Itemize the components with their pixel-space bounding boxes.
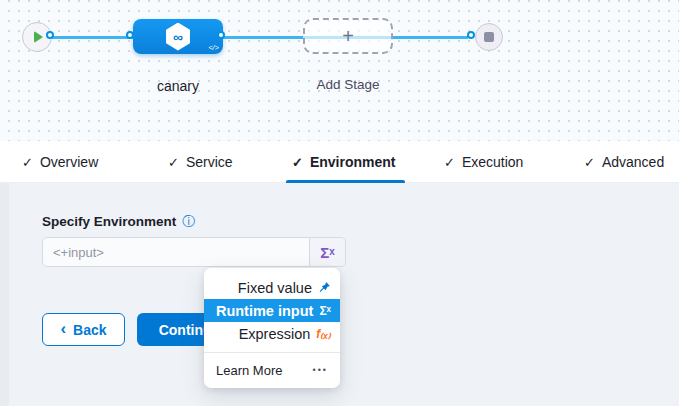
stage-node-canary[interactable]: ∞ </>	[133, 19, 223, 54]
ellipsis-icon: •••	[313, 365, 328, 375]
fx-icon: f₍ₓ₎	[316, 328, 331, 340]
field-label-row: Specify Environment ⓘ	[42, 214, 195, 229]
tab-execution[interactable]: ✓ Execution	[444, 141, 523, 183]
check-icon: ✓	[168, 155, 179, 170]
pipeline-end-node[interactable]	[475, 23, 503, 51]
connector-port[interactable]	[467, 31, 475, 39]
tab-label: Execution	[462, 154, 523, 170]
tab-overview[interactable]: ✓ Overview	[22, 141, 98, 183]
tab-label: Service	[186, 154, 233, 170]
stage-name-label: canary	[133, 78, 223, 94]
deployment-stage-icon: ∞	[165, 23, 191, 51]
back-button[interactable]: ‹ Back	[42, 313, 125, 346]
stop-icon	[484, 32, 494, 42]
menu-item-expression[interactable]: Expression f₍ₓ₎	[204, 322, 340, 345]
connector-port[interactable]	[46, 31, 54, 39]
pin-icon	[318, 281, 331, 294]
tab-label: Environment	[310, 154, 396, 170]
specify-environment-label: Specify Environment	[42, 214, 176, 229]
infinity-icon: ∞	[173, 29, 183, 45]
play-icon	[34, 31, 43, 43]
check-icon: ✓	[22, 155, 33, 170]
tab-service[interactable]: ✓ Service	[168, 141, 233, 183]
connector-line	[52, 36, 468, 39]
back-button-label: Back	[73, 322, 106, 338]
stage-config-tabbar: ✓ Overview ✓ Service ✓ Environment ✓ Exe…	[0, 141, 679, 183]
environment-tab-panel: Specify Environment ⓘ Σˣ ‹ Back Continue…	[0, 183, 679, 406]
plus-icon: +	[342, 25, 354, 48]
chevron-left-icon: ‹	[60, 320, 66, 337]
learn-more-label: Learn More	[216, 363, 282, 378]
sigma-icon: Σˣ	[319, 305, 331, 317]
menu-item-label: Runtime input	[216, 303, 313, 319]
tab-label: Advanced	[602, 154, 664, 170]
environment-input[interactable]	[43, 238, 309, 266]
input-type-dropdown: Fixed value Runtime input Σˣ Expression …	[204, 268, 340, 388]
panel-edge	[0, 183, 9, 406]
code-icon: </>	[208, 44, 218, 52]
menu-item-fixed-value[interactable]: Fixed value	[204, 276, 340, 299]
menu-item-runtime-input[interactable]: Runtime input Σˣ	[204, 299, 340, 322]
add-stage-button[interactable]: +	[303, 18, 393, 54]
sigma-icon: Σˣ	[320, 244, 335, 261]
environment-input-group: Σˣ	[42, 237, 346, 267]
check-icon: ✓	[444, 155, 455, 170]
info-icon[interactable]: ⓘ	[182, 215, 195, 228]
connector-port[interactable]	[217, 31, 225, 39]
add-stage-label: Add Stage	[288, 77, 408, 92]
tab-advanced[interactable]: ✓ Advanced	[584, 141, 664, 183]
check-icon: ✓	[292, 155, 303, 170]
pipeline-canvas: ∞ </> canary + Add Stage	[0, 0, 679, 141]
input-type-selector-button[interactable]: Σˣ	[309, 238, 345, 266]
menu-item-label: Expression	[239, 326, 311, 342]
tab-environment[interactable]: ✓ Environment	[292, 141, 395, 183]
check-icon: ✓	[584, 155, 595, 170]
tab-label: Overview	[40, 154, 98, 170]
pipeline-studio-page: ∞ </> canary + Add Stage ✓ Overview ✓ Se…	[0, 0, 679, 406]
menu-item-label: Fixed value	[238, 280, 312, 296]
learn-more-row[interactable]: Learn More •••	[204, 352, 340, 387]
